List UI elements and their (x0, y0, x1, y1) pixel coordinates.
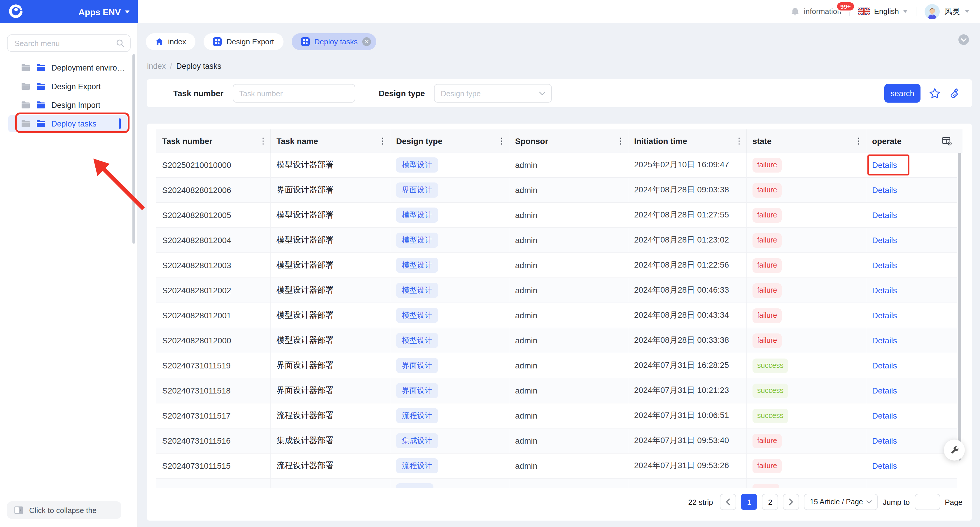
sidebar-item-deploy-tasks[interactable]: Deploy tasks (8, 115, 128, 132)
details-link[interactable]: Details (872, 286, 897, 295)
notifications-button[interactable]: information 99+ (791, 7, 842, 16)
cell-sponsor: admin (509, 303, 628, 328)
cell-design-type: 模型设计 (390, 228, 509, 252)
folder-icon (21, 101, 30, 109)
cell-task-number: S20240731011517 (156, 403, 270, 428)
cell-design-type: 模型设计 (390, 253, 509, 278)
design-type-select[interactable]: Design type (434, 84, 552, 103)
column-settings-icon[interactable] (942, 137, 952, 146)
tab-design-export[interactable]: Design Export ✕ (204, 33, 283, 50)
toolbox-fab-button[interactable] (944, 440, 965, 460)
sidebar-item-label: Design Export (51, 82, 101, 90)
user-menu[interactable]: 风灵 (924, 4, 969, 19)
language-selector[interactable]: English (858, 7, 908, 16)
cell-operate: Details (866, 278, 957, 303)
table-row[interactable]: S20240731011519 界面设计器部署 界面设计 admin 2024年… (156, 353, 957, 378)
table-row[interactable]: S20240828012004 模型设计器部署 模型设计 admin 2024年… (156, 228, 957, 253)
details-link[interactable]: Details (872, 160, 897, 170)
details-link[interactable]: Details (872, 311, 897, 320)
task-number-input[interactable] (233, 84, 355, 103)
language-label: English (874, 7, 899, 16)
column-header-sponsor[interactable]: Sponsor (509, 129, 628, 153)
column-menu-icon[interactable] (618, 135, 623, 147)
app-grid-icon (301, 37, 309, 46)
table-scrollbar[interactable] (958, 153, 961, 460)
clear-broom-icon[interactable] (949, 87, 961, 99)
column-menu-icon[interactable] (737, 135, 741, 147)
details-link[interactable]: Details (872, 260, 897, 270)
column-header-task-number[interactable]: Task number (156, 129, 270, 153)
column-header-initiation-time[interactable]: Initiation time (628, 129, 747, 153)
table-row[interactable]: S20240828012003 模型设计器部署 模型设计 admin 2024年… (156, 253, 957, 278)
details-link[interactable]: Details (872, 386, 897, 395)
column-menu-icon[interactable] (499, 135, 504, 147)
search-button[interactable]: search (885, 84, 921, 103)
sidebar-item-deployment-environme[interactable]: Deployment environme... (8, 59, 128, 76)
details-link[interactable]: Details (872, 210, 897, 220)
details-link[interactable]: Details (872, 361, 897, 370)
details-link[interactable]: Details (872, 436, 897, 445)
page-button-1[interactable]: 1 (741, 494, 757, 510)
chevron-down-icon (965, 10, 969, 13)
sidebar-item-label: Design Import (51, 100, 100, 109)
tab-deploy-tasks[interactable]: Deploy tasks ✕ (291, 33, 376, 50)
search-input[interactable] (14, 39, 111, 48)
cell-sponsor (509, 479, 628, 488)
cell-state: failure (747, 153, 866, 177)
table-row[interactable]: S20240828012005 模型设计器部署 模型设计 admin 2024年… (156, 203, 957, 228)
table-row[interactable]: S20240828012000 模型设计器部署 模型设计 admin 2024年… (156, 328, 957, 353)
table-row[interactable]: S20240731011516 集成设计器部署 集成设计 admin 2024年… (156, 429, 957, 454)
tab-index[interactable]: index ✕ (146, 33, 196, 50)
status-badge: failure (752, 308, 782, 323)
cell-task-name: 模型设计器部署 (270, 153, 390, 177)
page-size-select[interactable]: 15 Article / Page (804, 494, 878, 510)
breadcrumb-parent[interactable]: index (147, 62, 166, 71)
table-row[interactable]: S20240828012001 模型设计器部署 模型设计 admin 2024年… (156, 303, 957, 328)
cell-operate: Details (866, 303, 957, 328)
details-link[interactable]: Details (872, 186, 897, 195)
table-panel: Task number Task name Design type (147, 124, 972, 521)
status-badge: failure (752, 208, 782, 222)
cell-design-type: 流程设计 (390, 403, 509, 428)
cell-operate: Details (866, 403, 957, 428)
sidebar-item-design-export[interactable]: Design Export (8, 78, 128, 95)
collapse-sidebar-button[interactable]: Click to collapse the (7, 502, 121, 519)
sidebar-scrollbar[interactable] (132, 54, 135, 244)
column-header-design-type[interactable]: Design type (390, 129, 509, 153)
top-header: Apps ENV information 99+ (0, 0, 980, 23)
table-row[interactable]: S20240828012006 界面设计器部署 界面设计 admin 2024年… (156, 178, 957, 203)
tab-list-expander-button[interactable] (958, 34, 969, 45)
sidebar-search[interactable] (7, 34, 130, 52)
page-button-2[interactable]: 2 (762, 494, 778, 510)
notification-count-badge: 99+ (835, 1, 856, 12)
column-header-state[interactable]: state (747, 129, 866, 153)
details-link[interactable]: Details (872, 336, 897, 345)
details-link[interactable]: Details (872, 411, 897, 420)
next-page-button[interactable] (783, 494, 799, 510)
table-row[interactable]: S20250210010000 模型设计器部署 模型设计 admin 2025年… (156, 153, 957, 178)
jump-to-input[interactable] (915, 494, 940, 510)
cell-task-number: S20240828012004 (156, 228, 270, 252)
column-menu-icon[interactable] (380, 135, 385, 147)
column-menu-icon[interactable] (261, 135, 266, 147)
table-row[interactable]: S20240731011518 界面设计器部署 界面设计 admin 2024年… (156, 378, 957, 403)
design-type-tag: 模型设计 (396, 333, 438, 348)
table-row-partial[interactable] (156, 479, 957, 488)
close-icon[interactable]: ✕ (362, 37, 371, 46)
cell-sponsor: admin (509, 178, 628, 202)
sidebar-item-design-import[interactable]: Design Import (8, 96, 128, 114)
prev-page-button[interactable] (720, 494, 737, 510)
main-content: index ✕ Design Export ✕ (138, 23, 980, 527)
table-row[interactable]: S20240731011517 流程设计器部署 流程设计 admin 2024年… (156, 403, 957, 429)
table-row[interactable]: S20240828012002 模型设计器部署 模型设计 admin 2024年… (156, 278, 957, 303)
favorite-star-icon[interactable] (929, 87, 941, 99)
app-title-dropdown[interactable]: Apps ENV (78, 7, 129, 17)
column-header-label: Sponsor (515, 137, 548, 146)
details-link[interactable]: Details (872, 461, 897, 470)
details-link[interactable]: Details (872, 235, 897, 245)
column-header-task-name[interactable]: Task name (270, 129, 390, 153)
cell-state: success (747, 353, 866, 378)
table-row[interactable]: S20240731011515 流程设计器部署 流程设计 admin 2024年… (156, 454, 957, 479)
column-header-operate[interactable]: operate (866, 129, 957, 153)
column-menu-icon[interactable] (856, 135, 861, 147)
